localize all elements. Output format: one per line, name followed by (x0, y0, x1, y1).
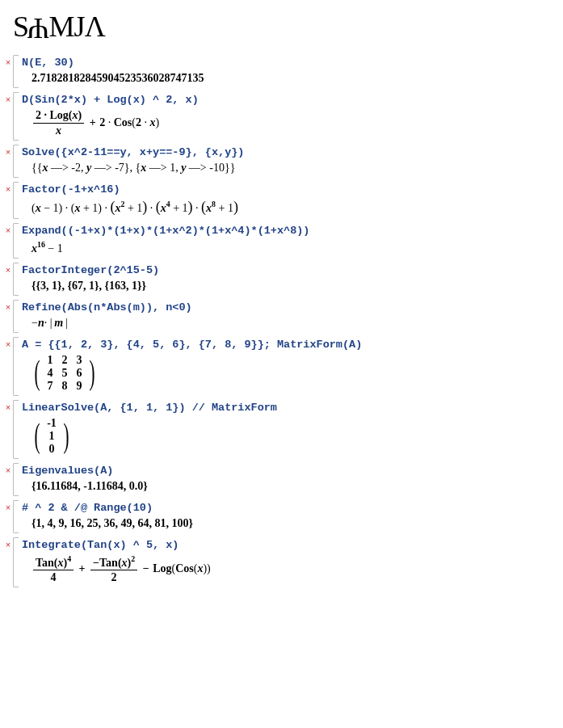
close-icon[interactable]: × (3, 463, 13, 496)
notebook-cell: ×Eigenvalues(A){16.11684, -1.11684, 0.0} (3, 463, 557, 496)
output-line: Tan(x)4 4 + −Tan(x)2 2 − Log(Cos(x)) (22, 553, 557, 585)
input-line[interactable]: Integrate(Tan(x) ^ 5, x) (22, 539, 557, 553)
notebook-cell: ×LinearSolve(A, {1, 1, 1}) // MatrixForm… (3, 400, 557, 459)
close-icon[interactable]: × (3, 263, 13, 296)
cell-body: FactorInteger(2^15-5){{3, 1}, {67, 1}, {… (22, 263, 557, 296)
cell-bracket[interactable] (13, 537, 19, 588)
output-line: {16.11684, -1.11684, 0.0} (22, 478, 557, 493)
input-line[interactable]: Expand((-1+x)*(1+x)*(1+x^2)*(1+x^4)*(1+x… (22, 225, 557, 238)
output-line: −n· | m | (22, 315, 557, 330)
cell-body: Refine(Abs(n*Abs(m)), n<0) −n· | m | (22, 300, 557, 333)
notebook-cell: ×# ^ 2 & /@ Range(10){1, 4, 9, 16, 25, 3… (3, 500, 557, 533)
cell-body: N(E, 30)2.71828182845904523536028747135 (22, 55, 557, 88)
notebook-cell: ×FactorInteger(2^15-5){{3, 1}, {67, 1}, … (3, 263, 557, 296)
cell-bracket[interactable] (13, 182, 19, 219)
output-line: x16 − 1 (22, 238, 557, 255)
close-icon[interactable]: × (3, 337, 13, 396)
cell-bracket[interactable] (13, 400, 19, 459)
cell-body: Expand((-1+x)*(1+x)*(1+x^2)*(1+x^4)*(1+x… (22, 223, 557, 259)
cell-body: # ^ 2 & /@ Range(10){1, 4, 9, 16, 25, 36… (22, 500, 557, 533)
output-line: {{x —> -2, y —> -7}, {x —> 1, y —> -10}} (22, 160, 557, 175)
cell-body: D(Sin(2*x) + Log(x) ^ 2, x) 2 · Log(x) x… (22, 92, 557, 141)
cell-bracket[interactable] (13, 223, 19, 259)
close-icon[interactable]: × (3, 145, 13, 178)
notebook-cell: ×A = {{1, 2, 3}, {4, 5, 6}, {7, 8, 9}}; … (3, 337, 557, 396)
close-icon[interactable]: × (3, 55, 13, 88)
cell-body: A = {{1, 2, 3}, {4, 5, 6}, {7, 8, 9}}; M… (22, 337, 557, 396)
input-line[interactable]: Factor(-1+x^16) (22, 183, 557, 197)
output-line: 2 · Log(x) x + 2 · Cos(2 · x) (22, 107, 557, 137)
cell-body: Eigenvalues(A){16.11684, -1.11684, 0.0} (22, 463, 557, 496)
output-line: {1, 4, 9, 16, 25, 36, 49, 64, 81, 100} (22, 515, 557, 530)
notebook-cell: ×D(Sin(2*x) + Log(x) ^ 2, x) 2 · Log(x) … (3, 92, 557, 141)
input-line[interactable]: Refine(Abs(n*Abs(m)), n<0) (22, 301, 557, 315)
cell-bracket[interactable] (13, 500, 19, 533)
cell-bracket[interactable] (13, 263, 19, 296)
logo: SΨMJΛ (13, 10, 557, 44)
input-line[interactable]: # ^ 2 & /@ Range(10) (22, 502, 557, 515)
close-icon[interactable]: × (3, 92, 13, 141)
output-line: ( -1 1 0 ) (22, 415, 557, 456)
input-line[interactable]: LinearSolve(A, {1, 1, 1}) // MatrixForm (22, 402, 557, 415)
cell-bracket[interactable] (13, 92, 19, 141)
close-icon[interactable]: × (3, 537, 13, 588)
cell-body: Integrate(Tan(x) ^ 5, x) Tan(x)4 4 + −Ta… (22, 537, 557, 588)
cell-bracket[interactable] (13, 463, 19, 496)
cell-body: Factor(-1+x^16) (x − 1) · (x + 1) · (x2 … (22, 182, 557, 219)
notebook-cell: ×Refine(Abs(n*Abs(m)), n<0) −n· | m | (3, 300, 557, 333)
notebook-cell: ×N(E, 30)2.71828182845904523536028747135 (3, 55, 557, 88)
output-line: 2.71828182845904523536028747135 (22, 70, 557, 85)
notebook-cell: ×Integrate(Tan(x) ^ 5, x) Tan(x)4 4 + −T… (3, 537, 557, 588)
close-icon[interactable]: × (3, 182, 13, 219)
cell-body: Solve({x^2-11==y, x+y==-9}, {x,y}) {{x —… (22, 145, 557, 178)
cell-bracket[interactable] (13, 337, 19, 396)
notebook-cell: ×Solve({x^2-11==y, x+y==-9}, {x,y}) {{x … (3, 145, 557, 178)
input-line[interactable]: Eigenvalues(A) (22, 465, 557, 478)
notebook-cell: ×Factor(-1+x^16) (x − 1) · (x + 1) · (x2… (3, 182, 557, 219)
input-line[interactable]: N(E, 30) (22, 57, 557, 70)
close-icon[interactable]: × (3, 400, 13, 459)
cell-body: LinearSolve(A, {1, 1, 1}) // MatrixForm … (22, 400, 557, 459)
close-icon[interactable]: × (3, 300, 13, 333)
input-line[interactable]: Solve({x^2-11==y, x+y==-9}, {x,y}) (22, 146, 557, 160)
output-line: {{3, 1}, {67, 1}, {163, 1}} (22, 278, 557, 292)
input-line[interactable]: D(Sin(2*x) + Log(x) ^ 2, x) (22, 94, 557, 107)
notebook-cell: ×Expand((-1+x)*(1+x)*(1+x^2)*(1+x^4)*(1+… (3, 223, 557, 259)
close-icon[interactable]: × (3, 500, 13, 533)
input-line[interactable]: FactorInteger(2^15-5) (22, 264, 557, 278)
close-icon[interactable]: × (3, 223, 13, 259)
input-line[interactable]: A = {{1, 2, 3}, {4, 5, 6}, {7, 8, 9}}; M… (22, 339, 557, 352)
cell-bracket[interactable] (13, 55, 19, 88)
cell-bracket[interactable] (13, 300, 19, 333)
output-line: (x − 1) · (x + 1) · (x2 + 1) · (x4 + 1) … (22, 197, 557, 216)
output-line: ( 123 456 789 ) (22, 352, 557, 393)
cell-bracket[interactable] (13, 145, 19, 178)
